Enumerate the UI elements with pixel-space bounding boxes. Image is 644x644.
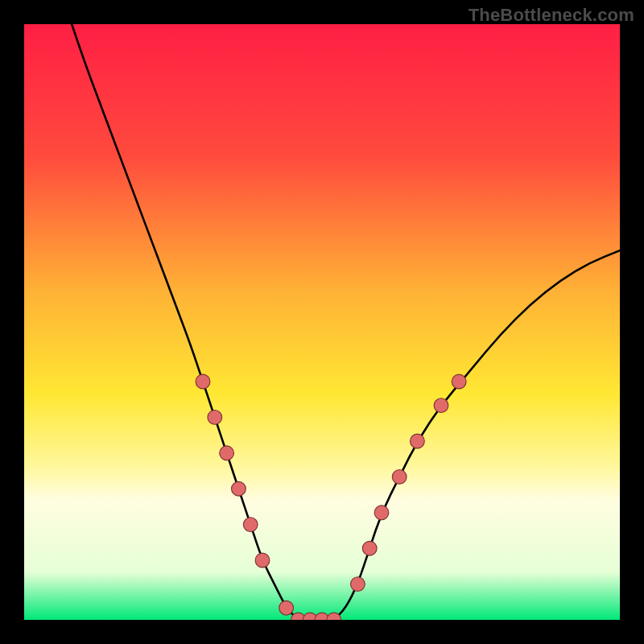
- svg-rect-0: [24, 24, 620, 620]
- watermark-label: TheBottleneck.com: [469, 5, 634, 26]
- gradient-background: [24, 24, 620, 620]
- chart-frame: TheBottleneck.com: [0, 0, 644, 644]
- plot-area: [24, 24, 620, 620]
